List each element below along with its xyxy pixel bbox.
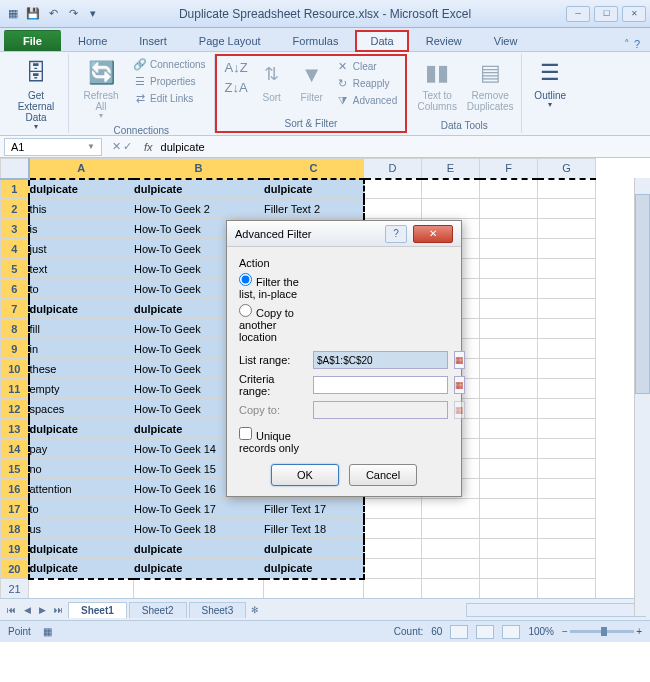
connections-button[interactable]: 🔗Connections bbox=[131, 56, 208, 72]
row-header-12[interactable]: 12 bbox=[1, 399, 29, 419]
filter-in-place-radio[interactable]: Filter the list, in-place bbox=[239, 273, 307, 300]
row-header-8[interactable]: 8 bbox=[1, 319, 29, 339]
cell-B18[interactable]: How-To Geek 18 bbox=[134, 519, 264, 539]
cell-F16[interactable] bbox=[480, 479, 538, 499]
cell-E18[interactable] bbox=[422, 519, 480, 539]
cell-G15[interactable] bbox=[538, 459, 596, 479]
sheet-nav-next-icon[interactable]: ▶ bbox=[36, 605, 49, 615]
col-header-C[interactable]: C bbox=[264, 159, 364, 179]
cell-E19[interactable] bbox=[422, 539, 480, 559]
cell-C18[interactable]: Filler Text 18 bbox=[264, 519, 364, 539]
cell-G13[interactable] bbox=[538, 419, 596, 439]
cell-F2[interactable] bbox=[480, 199, 538, 219]
cell-F15[interactable] bbox=[480, 459, 538, 479]
list-range-input[interactable] bbox=[313, 351, 448, 369]
cell-A1[interactable]: dulpicate bbox=[29, 179, 134, 199]
cell-F18[interactable] bbox=[480, 519, 538, 539]
tab-home[interactable]: Home bbox=[63, 30, 122, 51]
cell-F11[interactable] bbox=[480, 379, 538, 399]
properties-button[interactable]: ☰Properties bbox=[131, 73, 208, 89]
chevron-down-icon[interactable]: ▼ bbox=[87, 142, 95, 151]
zoom-slider[interactable]: − + bbox=[562, 626, 642, 637]
cell-G16[interactable] bbox=[538, 479, 596, 499]
minimize-ribbon-icon[interactable]: ˄ bbox=[624, 38, 630, 51]
tab-file[interactable]: File bbox=[4, 30, 61, 51]
row-header-9[interactable]: 9 bbox=[1, 339, 29, 359]
cell-F6[interactable] bbox=[480, 279, 538, 299]
row-header-17[interactable]: 17 bbox=[1, 499, 29, 519]
cell-G5[interactable] bbox=[538, 259, 596, 279]
cell-F8[interactable] bbox=[480, 319, 538, 339]
cell-G14[interactable] bbox=[538, 439, 596, 459]
cell-C21[interactable] bbox=[264, 579, 364, 599]
help-icon[interactable]: ? bbox=[634, 38, 640, 51]
cell-G12[interactable] bbox=[538, 399, 596, 419]
edit-links-button[interactable]: ⇄Edit Links bbox=[131, 90, 208, 106]
cell-F19[interactable] bbox=[480, 539, 538, 559]
col-header-A[interactable]: A bbox=[29, 159, 134, 179]
cell-D21[interactable] bbox=[364, 579, 422, 599]
row-header-6[interactable]: 6 bbox=[1, 279, 29, 299]
cell-D19[interactable] bbox=[364, 539, 422, 559]
col-header-G[interactable]: G bbox=[538, 159, 596, 179]
zoom-in-icon[interactable]: + bbox=[636, 626, 642, 637]
zoom-out-icon[interactable]: − bbox=[562, 626, 568, 637]
cell-G7[interactable] bbox=[538, 299, 596, 319]
cell-C1[interactable]: dulpicate bbox=[264, 179, 364, 199]
normal-view-icon[interactable] bbox=[450, 625, 468, 639]
cell-D18[interactable] bbox=[364, 519, 422, 539]
dialog-titlebar[interactable]: Advanced Filter ? ✕ bbox=[227, 221, 461, 247]
cell-A7[interactable]: dulpicate bbox=[29, 299, 134, 319]
col-header-D[interactable]: D bbox=[364, 159, 422, 179]
sheet-nav-last-icon[interactable]: ⏭ bbox=[51, 605, 66, 615]
row-header-21[interactable]: 21 bbox=[1, 579, 29, 599]
cell-G2[interactable] bbox=[538, 199, 596, 219]
cell-D2[interactable] bbox=[364, 199, 422, 219]
cell-A6[interactable]: to bbox=[29, 279, 134, 299]
list-range-selector-icon[interactable]: ▦ bbox=[454, 351, 465, 369]
cell-A5[interactable]: text bbox=[29, 259, 134, 279]
cell-A9[interactable]: in bbox=[29, 339, 134, 359]
text-to-columns-button[interactable]: ▮▮ Text to Columns bbox=[413, 56, 461, 114]
get-external-data-button[interactable]: 🗄 Get External Data ▾ bbox=[10, 56, 62, 134]
cell-A21[interactable] bbox=[29, 579, 134, 599]
cell-F4[interactable] bbox=[480, 239, 538, 259]
cell-E17[interactable] bbox=[422, 499, 480, 519]
row-header-15[interactable]: 15 bbox=[1, 459, 29, 479]
sort-za-icon[interactable]: Z↓A bbox=[223, 78, 250, 97]
row-header-5[interactable]: 5 bbox=[1, 259, 29, 279]
sheet-tab-3[interactable]: Sheet3 bbox=[189, 602, 247, 618]
sheet-tab-2[interactable]: Sheet2 bbox=[129, 602, 187, 618]
cell-F3[interactable] bbox=[480, 219, 538, 239]
tab-review[interactable]: Review bbox=[411, 30, 477, 51]
zoom-level[interactable]: 100% bbox=[528, 626, 554, 637]
row-header-3[interactable]: 3 bbox=[1, 219, 29, 239]
unique-records-checkbox[interactable]: Unique records only bbox=[239, 427, 307, 454]
cell-G21[interactable] bbox=[538, 579, 596, 599]
fx-icon[interactable]: fx bbox=[138, 141, 159, 153]
cell-A20[interactable]: dulpicate bbox=[29, 559, 134, 579]
cell-G10[interactable] bbox=[538, 359, 596, 379]
cancel-button[interactable]: Cancel bbox=[349, 464, 417, 486]
row-header-19[interactable]: 19 bbox=[1, 539, 29, 559]
row-header-14[interactable]: 14 bbox=[1, 439, 29, 459]
cell-G8[interactable] bbox=[538, 319, 596, 339]
cell-B21[interactable] bbox=[134, 579, 264, 599]
row-header-2[interactable]: 2 bbox=[1, 199, 29, 219]
cell-E1[interactable] bbox=[422, 179, 480, 199]
close-button[interactable]: ✕ bbox=[622, 6, 646, 22]
cell-A4[interactable]: just bbox=[29, 239, 134, 259]
sheet-nav-first-icon[interactable]: ⏮ bbox=[4, 605, 19, 615]
cell-G4[interactable] bbox=[538, 239, 596, 259]
sheet-tab-1[interactable]: Sheet1 bbox=[68, 602, 127, 618]
cell-F1[interactable] bbox=[480, 179, 538, 199]
cell-A2[interactable]: this bbox=[29, 199, 134, 219]
cell-G17[interactable] bbox=[538, 499, 596, 519]
cell-F5[interactable] bbox=[480, 259, 538, 279]
cell-A10[interactable]: these bbox=[29, 359, 134, 379]
col-header-F[interactable]: F bbox=[480, 159, 538, 179]
ok-button[interactable]: OK bbox=[271, 464, 339, 486]
row-header-18[interactable]: 18 bbox=[1, 519, 29, 539]
cell-A11[interactable]: empty bbox=[29, 379, 134, 399]
cell-G1[interactable] bbox=[538, 179, 596, 199]
